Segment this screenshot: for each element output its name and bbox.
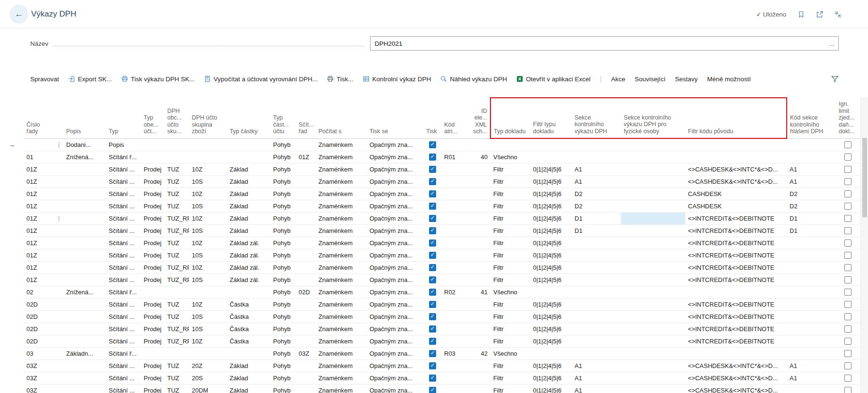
cell-sekce_kv_dph_fo[interactable]: [621, 151, 685, 163]
cell-tisk_se[interactable]: Opačným zna...: [367, 323, 423, 335]
scrollbar-thumb[interactable]: [862, 138, 867, 217]
cell-kod_atri[interactable]: [441, 372, 468, 384]
cell-sekce_kv_dph[interactable]: A1: [572, 372, 621, 384]
cell-dph_obc_ucto_sku[interactable]: TUZ: [164, 359, 189, 372]
cell-pocitat_s[interactable]: Znaménkem: [316, 323, 367, 335]
cell-filtr_kodu_puvodu[interactable]: [685, 138, 787, 151]
cell-scit_rad[interactable]: 03Z: [296, 347, 316, 359]
cell-typ_cast_uctu[interactable]: Pohyb: [270, 347, 296, 359]
cell-cislo_rady[interactable]: 01Z: [24, 224, 63, 237]
cell-sekce_kv_dph_fo[interactable]: [621, 212, 685, 224]
cell-kod_sekce_kh_dph[interactable]: A1: [787, 372, 836, 384]
cell-filtr_kodu_puvodu[interactable]: CASHDESK: [685, 188, 787, 200]
cell-dph_ucto_skupina_zbozi[interactable]: 10S: [189, 273, 227, 286]
cell-ign_limit[interactable]: [836, 335, 859, 347]
cell-popis[interactable]: [63, 200, 106, 212]
cell-typ_dokladu[interactable]: Filtr: [490, 200, 530, 212]
col-header-kod_atri[interactable]: Kód atri...: [441, 98, 468, 138]
cell-typ_cast_uctu[interactable]: Pohyb: [270, 188, 296, 200]
cell-typ[interactable]: Sčítání ...: [106, 323, 141, 335]
cell-dph_ucto_skupina_zbozi[interactable]: 10Z: [189, 298, 227, 310]
cell-pocitat_s[interactable]: Znaménkem: [316, 188, 367, 200]
cell-cislo_rady[interactable]: 01Z⋮: [24, 212, 63, 224]
ign_limit-checkbox[interactable]: [844, 325, 851, 333]
cell-typ_cast_uctu[interactable]: Pohyb: [270, 310, 296, 323]
cell-typ_cast_uctu[interactable]: Pohyb: [270, 298, 296, 310]
ign_limit-checkbox[interactable]: [844, 276, 851, 283]
cell-kod_atri[interactable]: [441, 359, 468, 372]
menu-souvisejici[interactable]: Související: [635, 76, 665, 83]
cell-filtr_typu_dokladu[interactable]: 0|1|2|4|5|6: [530, 298, 572, 310]
cell-typ[interactable]: Sčítání ř...: [106, 347, 141, 359]
cell-tisk_se[interactable]: Opačným zna...: [367, 212, 423, 224]
cell-dph_obc_ucto_sku[interactable]: TUZ_RP: [164, 261, 189, 273]
cell-sekce_kv_dph_fo[interactable]: [621, 310, 685, 323]
cell-tisk[interactable]: [423, 200, 441, 212]
cell-kod_sekce_kh_dph[interactable]: D1: [787, 212, 836, 224]
cell-typ_dokladu[interactable]: [490, 138, 530, 151]
tisk-checkbox[interactable]: [429, 350, 436, 357]
cell-typ_obe_uct[interactable]: Prodej: [141, 212, 164, 224]
col-header-kod_sekce_kh_dph[interactable]: Kód sekce kontrolního hlášení DPH: [787, 98, 836, 138]
cell-sekce_kv_dph[interactable]: D2: [572, 200, 621, 212]
cell-typ_dokladu[interactable]: Filtr: [490, 261, 530, 273]
name-input[interactable]: [370, 40, 825, 47]
row-selector[interactable]: [0, 175, 24, 188]
cell-sekce_kv_dph_fo[interactable]: [621, 347, 685, 359]
cell-dph_ucto_skupina_zbozi[interactable]: [189, 138, 227, 151]
cell-popis[interactable]: [63, 249, 106, 261]
cell-tisk_se[interactable]: Opačným zna...: [367, 151, 423, 163]
cell-filtr_kodu_puvodu[interactable]: <>INTCREDIT&<>DEBITNOTE: [685, 224, 787, 237]
cell-typ_castky[interactable]: Částka: [227, 298, 270, 310]
cell-scit_rad[interactable]: [296, 212, 316, 224]
cell-kod_atri[interactable]: [441, 175, 468, 188]
cell-kod_sekce_kh_dph[interactable]: [787, 138, 836, 151]
cell-sekce_kv_dph[interactable]: [572, 237, 621, 249]
ign_limit-checkbox[interactable]: [844, 375, 851, 382]
cell-sekce_kv_dph[interactable]: [572, 310, 621, 323]
cell-typ_obe_uct[interactable]: Prodej: [141, 384, 164, 393]
cell-pocitat_s[interactable]: Znaménkem: [316, 200, 367, 212]
cell-tisk_se[interactable]: Opačným zna...: [367, 175, 423, 188]
cell-sekce_kv_dph[interactable]: [572, 138, 621, 151]
tisk-checkbox[interactable]: [429, 289, 436, 296]
col-header-cislo_rady[interactable]: Číslo řady: [24, 98, 63, 138]
cell-sekce_kv_dph_fo[interactable]: [621, 384, 685, 393]
cell-tisk[interactable]: [423, 212, 441, 224]
cell-dph_obc_ucto_sku[interactable]: TUZ: [164, 188, 189, 200]
cell-sekce_kv_dph_fo[interactable]: [621, 249, 685, 261]
cell-dph_obc_ucto_sku[interactable]: TUZ: [164, 163, 189, 175]
tisk-checkbox[interactable]: [429, 227, 436, 234]
cell-cislo_rady[interactable]: 01Z: [24, 200, 63, 212]
cell-typ_dokladu[interactable]: Filtr: [490, 372, 530, 384]
cell-typ_castky[interactable]: Základ zál.: [227, 237, 270, 249]
cell-sekce_kv_dph[interactable]: [572, 335, 621, 347]
cell-ign_limit[interactable]: [836, 310, 859, 323]
cell-ign_limit[interactable]: [836, 359, 859, 372]
cell-dph_obc_ucto_sku[interactable]: [164, 286, 189, 298]
cell-typ_dokladu[interactable]: Filtr: [490, 224, 530, 237]
cell-kod_sekce_kh_dph[interactable]: A1: [787, 175, 836, 188]
col-header-scit_rad[interactable]: Sčít... řad: [296, 98, 316, 138]
ign_limit-checkbox[interactable]: [844, 166, 851, 173]
cell-typ_dokladu[interactable]: Filtr: [490, 237, 530, 249]
cell-typ_cast_uctu[interactable]: Pohyb: [270, 163, 296, 175]
button-nahled-vykazu-dph[interactable]: Náhled výkazu DPH: [440, 76, 507, 83]
cell-typ_castky[interactable]: Částka: [227, 323, 270, 335]
cell-scit_rad[interactable]: [296, 384, 316, 393]
cell-typ_dokladu[interactable]: Filtr: [490, 273, 530, 286]
cell-scit_rad[interactable]: [296, 188, 316, 200]
cell-tisk_se[interactable]: Opačným zna...: [367, 273, 423, 286]
cell-typ_castky[interactable]: [227, 138, 270, 151]
cell-popis[interactable]: [63, 323, 106, 335]
cell-typ_obe_uct[interactable]: Prodej: [141, 163, 164, 175]
cell-kod_sekce_kh_dph[interactable]: [787, 298, 836, 310]
open-in-window-icon[interactable]: [816, 11, 823, 18]
ign_limit-checkbox[interactable]: [844, 289, 851, 296]
cell-kod_sekce_kh_dph[interactable]: [787, 151, 836, 163]
cell-filtr_kodu_puvodu[interactable]: <>INTCREDIT&<>DEBITNOTE: [685, 237, 787, 249]
cell-typ[interactable]: Sčítání ...: [106, 359, 141, 372]
back-button[interactable]: ←: [9, 5, 28, 24]
cell-typ_cast_uctu[interactable]: Pohyb: [270, 138, 296, 151]
cell-dph_ucto_skupina_zbozi[interactable]: 10Z: [189, 237, 227, 249]
